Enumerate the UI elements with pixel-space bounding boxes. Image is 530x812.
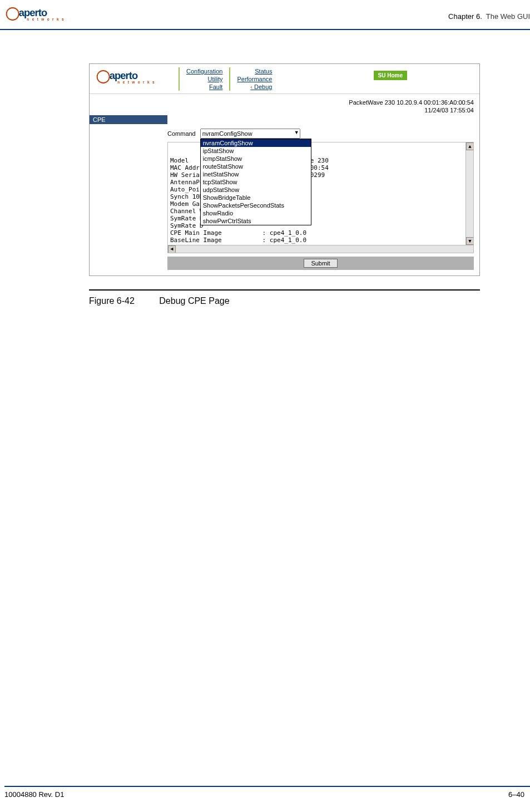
command-dropdown-list[interactable]: nvramConfigShow ipStatShow icmpStatShow … bbox=[200, 139, 311, 225]
svg-text:aperto: aperto bbox=[19, 7, 47, 18]
opt-showpacketspersecond[interactable]: ShowPacketsPerSecondStats bbox=[201, 201, 311, 209]
command-select[interactable] bbox=[200, 129, 300, 139]
opt-udpstatshow[interactable]: udpStatShow bbox=[201, 186, 311, 194]
device-info: PacketWave 230 10.20.9.4 00:01:36:A0:00:… bbox=[90, 94, 479, 114]
opt-showpwrctrlstats[interactable]: showPwrCtrlStats bbox=[201, 217, 311, 225]
horizontal-scrollbar[interactable]: ◄ bbox=[168, 245, 473, 253]
chapter-heading: Chapter 6. The Web GUI bbox=[448, 12, 530, 21]
nav-fault[interactable]: Fault bbox=[186, 83, 222, 91]
nav-utility[interactable]: Utility bbox=[186, 75, 222, 83]
nav-col-1: Configuration Utility Fault bbox=[179, 67, 229, 91]
figure-title: Debug CPE Page bbox=[159, 296, 229, 306]
svg-text:n e t w o r k s: n e t w o r k s bbox=[117, 80, 155, 84]
command-row: Command ▼ nvramConfigShow ipStatShow icm… bbox=[90, 124, 479, 141]
chevron-down-icon[interactable]: ▼ bbox=[294, 130, 299, 135]
doc-header: aperto n e t w o r k s Chapter 6. The We… bbox=[0, 4, 530, 28]
svg-text:aperto: aperto bbox=[110, 70, 138, 81]
scroll-up-icon[interactable]: ▲ bbox=[466, 142, 474, 150]
vertical-scrollbar[interactable]: ▲ ▼ bbox=[465, 142, 473, 253]
nav-columns: Configuration Utility Fault Status Perfo… bbox=[179, 67, 279, 91]
figure-rule bbox=[89, 289, 480, 291]
cpe-section-bar: CPE bbox=[90, 115, 167, 124]
device-info-line1: PacketWave 230 10.20.9.4 00:01:36:A0:00:… bbox=[90, 99, 474, 106]
doc-footer: 10004880 Rev. D1 6–40 bbox=[4, 781, 530, 799]
opt-routestatshow[interactable]: routeStatShow bbox=[201, 163, 311, 170]
nav-configuration[interactable]: Configuration bbox=[186, 67, 222, 75]
app-topbar: aperto n e t w o r k s Configuration Uti… bbox=[90, 64, 479, 94]
nav-debug[interactable]: Debug bbox=[237, 83, 272, 91]
svg-text:n e t w o r k s: n e t w o r k s bbox=[27, 17, 65, 21]
opt-nvramconfigshow[interactable]: nvramConfigShow bbox=[201, 139, 311, 147]
scroll-left-icon[interactable]: ◄ bbox=[168, 245, 176, 253]
command-label: Command bbox=[167, 130, 196, 137]
opt-showbridgetable[interactable]: ShowBridgeTable bbox=[201, 194, 311, 201]
nav-col-2: Status Performance Debug bbox=[229, 67, 279, 91]
submit-bar: Submit bbox=[167, 257, 474, 270]
figure-number: Figure 6-42 bbox=[89, 296, 135, 306]
figure-caption: Figure 6-42 Debug CPE Page bbox=[89, 294, 480, 306]
svg-point-3 bbox=[97, 71, 110, 83]
opt-ipstatshow[interactable]: ipStatShow bbox=[201, 147, 311, 155]
opt-showradio[interactable]: showRadio bbox=[201, 209, 311, 217]
aperto-logo: aperto n e t w o r k s bbox=[4, 4, 66, 23]
opt-inetstatshow[interactable]: inetStatShow bbox=[201, 170, 311, 178]
scroll-down-icon[interactable]: ▼ bbox=[466, 237, 474, 245]
submit-button[interactable]: Submit bbox=[304, 259, 337, 268]
nav-status[interactable]: Status bbox=[237, 67, 272, 75]
footer-page: 6–40 bbox=[508, 790, 524, 799]
su-home-button[interactable]: SU Home bbox=[374, 71, 407, 80]
app-logo: aperto n e t w o r k s bbox=[95, 67, 156, 86]
footer-rev: 10004880 Rev. D1 bbox=[4, 790, 64, 799]
device-info-line2: 11/24/03 17:55:04 bbox=[90, 106, 474, 114]
opt-icmpstatshow[interactable]: icmpStatShow bbox=[201, 155, 311, 163]
screenshot-container: aperto n e t w o r k s Configuration Uti… bbox=[89, 63, 480, 276]
nav-performance[interactable]: Performance bbox=[237, 75, 272, 83]
opt-tcpstatshow[interactable]: tcpStatShow bbox=[201, 178, 311, 186]
svg-point-0 bbox=[7, 8, 19, 20]
